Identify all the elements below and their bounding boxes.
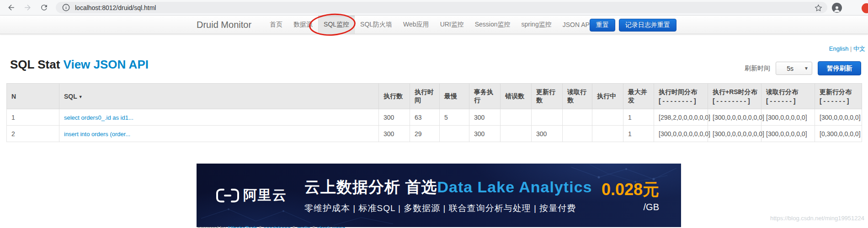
druid-navbar: Druid Monitor 首页 数据源 SQL监控 SQL防火墙 Web应用 … [0, 16, 868, 34]
cell-exec-time: 63 [410, 109, 440, 126]
col-header-sql[interactable]: SQL▼ [59, 84, 379, 109]
sql-detail-link[interactable]: select orders0_.id as id1... [64, 114, 133, 121]
cell-n: 1 [7, 109, 59, 126]
browser-toolbar: localhost:8012/druid/sql.html [0, 0, 868, 16]
cell-n: 2 [7, 126, 59, 142]
nav-item-sql-monitor[interactable]: SQL监控 [318, 16, 355, 34]
col-header-exec-time-histogram[interactable]: 执行时间分布 [ - - - - - - - - ] [654, 84, 708, 109]
col-header-update-rows[interactable]: 更新行数 [532, 84, 563, 109]
cell-txn-exec: 300 [469, 126, 501, 142]
profile-avatar-icon[interactable] [832, 3, 842, 13]
col-header-slowest[interactable]: 最慢 [440, 84, 469, 109]
alibabatech-link[interactable]: AlibabaTech [227, 225, 257, 228]
table-row: 2 insert into orders (order... 300 29 30… [7, 126, 862, 142]
cell-sql: insert into orders (order... [59, 126, 379, 142]
cell-running [592, 126, 623, 142]
cell-update-row-histogram: [0,300,0,0,0,0] [815, 126, 862, 142]
brand-title: Druid Monitor [197, 20, 251, 30]
browser-back-icon[interactable] [6, 3, 16, 12]
chevron-down-icon: ▼ [804, 66, 809, 71]
shrek-wang-link[interactable]: shrek.wang [317, 225, 345, 228]
cell-exec-rs-histogram: [300,0,0,0,0,0,0,0] [708, 126, 761, 142]
extension-badge-icon[interactable] [862, 3, 868, 13]
table-header-row: N SQL▼ 执行数 执行时间 最慢 事务执行 错误数 更新行数 读取行数 执行… [7, 84, 862, 109]
powered-by-footer: powered by AlibabaTech & sandzhang & mel… [197, 225, 345, 228]
nav-item-session-monitor[interactable]: Session监控 [469, 16, 516, 34]
nav-item-sql-firewall[interactable]: SQL防火墙 [355, 16, 398, 34]
cell-error-count [501, 126, 532, 142]
cell-running [592, 109, 623, 126]
reset-button[interactable]: 重置 [590, 19, 615, 32]
browser-reload-icon[interactable] [39, 3, 48, 12]
browser-forward-icon[interactable] [23, 3, 32, 12]
nav-item-spring-monitor[interactable]: spring监控 [516, 16, 557, 34]
screen: localhost:8012/druid/sql.html Druid Moni… [0, 0, 868, 228]
page-info-icon[interactable] [61, 3, 70, 12]
page-title: SQL Stat View JSON API [10, 58, 149, 72]
refresh-interval-label: 刷新时间 [745, 64, 770, 73]
url-text[interactable]: localhost:8012/druid/sql.html [75, 4, 156, 11]
sort-desc-icon: ▼ [79, 95, 83, 99]
nav-item-datasource[interactable]: 数据源 [288, 16, 318, 34]
col-header-max-concurrent[interactable]: 最大并发 [623, 84, 654, 109]
address-bar[interactable]: localhost:8012/druid/sql.html [56, 2, 827, 13]
table-row: 1 select orders0_.id as id1... 300 63 5 … [7, 109, 862, 126]
col-header-fetch-row-histogram[interactable]: 读取行分布 [ - - - - - - ] [761, 84, 815, 109]
cell-exec-time: 29 [410, 126, 440, 142]
cell-sql: select orders0_.id as id1... [59, 109, 379, 126]
cell-fetch-rows [563, 109, 592, 126]
cell-exec-time-histogram: [298,2,0,0,0,0,0,0] [654, 109, 708, 126]
cell-error-count [501, 109, 532, 126]
lang-separator: | [848, 45, 853, 52]
col-header-n: N [7, 84, 59, 109]
cell-fetch-rows [563, 126, 592, 142]
cell-max-concurrent: 1 [623, 126, 654, 142]
lang-chinese-link[interactable]: 中文 [853, 45, 865, 52]
cell-slowest [440, 126, 469, 142]
bookmark-star-icon[interactable] [814, 3, 823, 12]
pause-refresh-button[interactable]: 暂停刷新 [818, 61, 861, 75]
nav-item-web-app[interactable]: Web应用 [398, 16, 435, 34]
view-json-api-link[interactable]: View JSON API [64, 58, 149, 71]
aliyun-ad-banner[interactable]: 阿里云 云上数据分析 首选Data Lake Analytics 零维护成本 |… [197, 164, 681, 227]
page-title-text: SQL Stat [10, 58, 64, 71]
cell-txn-exec: 300 [469, 109, 501, 126]
language-switcher: English | 中文 [829, 45, 865, 53]
cell-update-row-histogram: [300,0,0,0,0,0] [815, 109, 862, 126]
cell-exec-count: 300 [379, 126, 410, 142]
log-and-reset-button[interactable]: 记录日志并重置 [619, 19, 676, 32]
col-header-fetch-rows[interactable]: 读取行数 [563, 84, 592, 109]
col-header-update-row-histogram[interactable]: 更新行分布 [ - - - - - - ] [815, 84, 862, 109]
cell-update-rows: 300 [532, 126, 563, 142]
csdn-watermark: https://blog.csdn.net/ming19951224 [770, 215, 864, 222]
col-header-exec-rs-histogram[interactable]: 执行+RS时分布 [ - - - - - - - - ] [708, 84, 761, 109]
sql-stat-table: N SQL▼ 执行数 执行时间 最慢 事务执行 错误数 更新行数 读取行数 执行… [6, 83, 862, 142]
lang-english-link[interactable]: English [829, 45, 849, 52]
col-header-exec-time[interactable]: 执行时间 [410, 84, 440, 109]
cell-slowest: 5 [440, 109, 469, 126]
cell-exec-time-histogram: [300,0,0,0,0,0,0,0] [654, 126, 708, 142]
cell-exec-count: 300 [379, 109, 410, 126]
col-header-txn-exec[interactable]: 事务执行 [469, 84, 501, 109]
melin-link[interactable]: melin [297, 225, 310, 228]
col-header-running[interactable]: 执行中 [592, 84, 623, 109]
nav-item-home[interactable]: 首页 [264, 16, 288, 34]
cell-fetch-row-histogram: [300,0,0,0,0,0] [761, 126, 815, 142]
sql-detail-link[interactable]: insert into orders (order... [64, 131, 130, 138]
refresh-interval-value: 5s [776, 65, 804, 72]
cell-fetch-row-histogram: [300,0,0,0,0,0] [761, 109, 815, 126]
nav-items: 首页 数据源 SQL监控 SQL防火墙 Web应用 URI监控 Session监… [264, 16, 597, 34]
cell-max-concurrent: 1 [623, 109, 654, 126]
cell-exec-rs-histogram: [300,0,0,0,0,0,0,0] [708, 109, 761, 126]
refresh-controls: 刷新时间 5s ▼ 暂停刷新 [745, 61, 861, 75]
circuit-pattern-decoration [197, 164, 681, 227]
refresh-interval-select[interactable]: 5s ▼ [776, 62, 812, 75]
col-header-error-count[interactable]: 错误数 [501, 84, 532, 109]
nav-item-uri-monitor[interactable]: URI监控 [435, 16, 469, 34]
col-header-exec-count[interactable]: 执行数 [379, 84, 410, 109]
cell-update-rows [532, 109, 563, 126]
sandzhang-link[interactable]: sandzhang [264, 225, 291, 228]
